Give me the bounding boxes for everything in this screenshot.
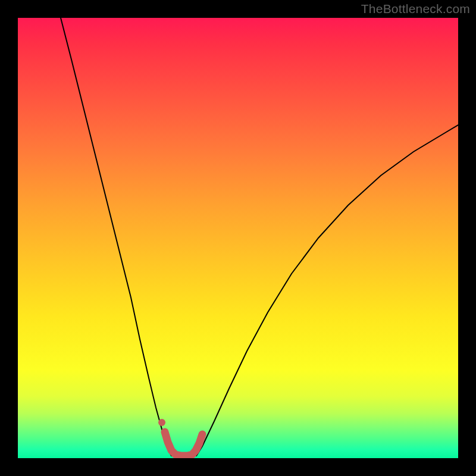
curve-bottom-accent <box>165 432 202 456</box>
curve-right-branch <box>196 125 458 456</box>
curve-left-branch <box>61 18 171 456</box>
plot-area <box>18 18 458 458</box>
watermark-text: TheBottleneck.com <box>361 2 470 16</box>
accent-dot <box>158 419 165 426</box>
accent-dot-group <box>158 419 165 426</box>
curve-layer <box>18 18 458 458</box>
chart-frame: TheBottleneck.com <box>0 0 476 476</box>
